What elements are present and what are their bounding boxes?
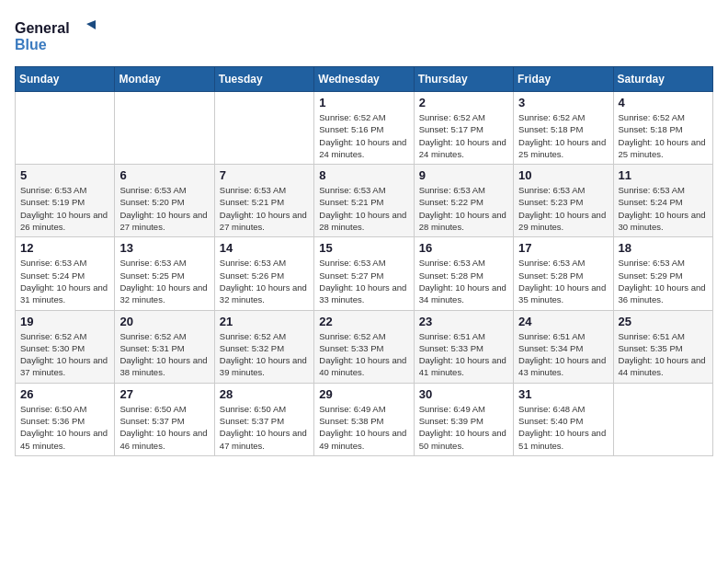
day-info: Sunrise: 6:52 AM Sunset: 5:32 PM Dayligh… <box>220 330 309 379</box>
day-info: Sunrise: 6:53 AM Sunset: 5:29 PM Dayligh… <box>619 257 708 305</box>
calendar-day-cell: 8Sunrise: 6:53 AM Sunset: 5:21 PM Daylig… <box>314 165 414 237</box>
day-info: Sunrise: 6:53 AM Sunset: 5:25 PM Dayligh… <box>119 257 209 305</box>
weekday-header: Saturday <box>613 67 712 92</box>
calendar-day-cell <box>613 383 712 455</box>
day-info: Sunrise: 6:53 AM Sunset: 5:28 PM Dayligh… <box>518 257 608 305</box>
day-number: 13 <box>119 241 209 255</box>
svg-text:Blue: Blue <box>15 37 47 52</box>
weekday-header: Friday <box>514 67 613 92</box>
day-info: Sunrise: 6:52 AM Sunset: 5:17 PM Dayligh… <box>419 111 508 160</box>
calendar-table: SundayMondayTuesdayWednesdayThursdayFrid… <box>15 66 713 456</box>
day-info: Sunrise: 6:52 AM Sunset: 5:18 PM Dayligh… <box>619 111 708 160</box>
calendar-day-cell: 3Sunrise: 6:52 AM Sunset: 5:18 PM Daylig… <box>514 92 613 165</box>
calendar-week-row: 26Sunrise: 6:50 AM Sunset: 5:36 PM Dayli… <box>16 383 713 455</box>
calendar-day-cell: 21Sunrise: 6:52 AM Sunset: 5:32 PM Dayli… <box>214 310 313 383</box>
calendar-day-cell: 4Sunrise: 6:52 AM Sunset: 5:18 PM Daylig… <box>613 92 712 165</box>
day-number: 2 <box>419 96 508 109</box>
day-info: Sunrise: 6:53 AM Sunset: 5:24 PM Dayligh… <box>20 257 109 305</box>
calendar-day-cell: 31Sunrise: 6:48 AM Sunset: 5:40 PM Dayli… <box>514 383 613 455</box>
day-info: Sunrise: 6:50 AM Sunset: 5:37 PM Dayligh… <box>220 403 309 452</box>
day-number: 26 <box>20 387 109 401</box>
weekday-header: Monday <box>115 67 214 92</box>
calendar-day-cell: 14Sunrise: 6:53 AM Sunset: 5:26 PM Dayli… <box>214 237 313 310</box>
day-info: Sunrise: 6:53 AM Sunset: 5:26 PM Dayligh… <box>220 257 309 305</box>
day-number: 30 <box>419 387 508 401</box>
day-number: 31 <box>518 387 608 401</box>
day-info: Sunrise: 6:53 AM Sunset: 5:20 PM Dayligh… <box>119 184 209 233</box>
calendar-day-cell: 30Sunrise: 6:49 AM Sunset: 5:39 PM Dayli… <box>414 383 513 455</box>
day-number: 27 <box>119 387 209 401</box>
day-info: Sunrise: 6:53 AM Sunset: 5:24 PM Dayligh… <box>619 184 708 233</box>
day-number: 23 <box>419 315 508 328</box>
calendar-day-cell <box>214 92 313 165</box>
day-number: 10 <box>518 168 608 182</box>
day-info: Sunrise: 6:52 AM Sunset: 5:30 PM Dayligh… <box>20 330 109 379</box>
day-number: 21 <box>220 315 309 328</box>
calendar-day-cell <box>16 92 115 165</box>
calendar-week-row: 12Sunrise: 6:53 AM Sunset: 5:24 PM Dayli… <box>16 237 713 310</box>
calendar-day-cell: 6Sunrise: 6:53 AM Sunset: 5:20 PM Daylig… <box>115 165 214 237</box>
day-number: 11 <box>619 168 708 182</box>
day-info: Sunrise: 6:53 AM Sunset: 5:21 PM Dayligh… <box>319 184 408 233</box>
calendar-day-cell: 18Sunrise: 6:53 AM Sunset: 5:29 PM Dayli… <box>613 237 712 310</box>
calendar-day-cell: 24Sunrise: 6:51 AM Sunset: 5:34 PM Dayli… <box>514 310 613 383</box>
weekday-header-row: SundayMondayTuesdayWednesdayThursdayFrid… <box>16 67 713 92</box>
day-info: Sunrise: 6:48 AM Sunset: 5:40 PM Dayligh… <box>518 403 608 452</box>
day-info: Sunrise: 6:50 AM Sunset: 5:37 PM Dayligh… <box>119 403 209 452</box>
day-info: Sunrise: 6:51 AM Sunset: 5:33 PM Dayligh… <box>419 330 508 379</box>
logo-svg: GeneralBlue <box>15 15 97 55</box>
logo: GeneralBlue <box>15 15 97 55</box>
day-number: 12 <box>20 241 109 255</box>
day-info: Sunrise: 6:50 AM Sunset: 5:36 PM Dayligh… <box>20 403 109 452</box>
calendar-day-cell: 5Sunrise: 6:53 AM Sunset: 5:19 PM Daylig… <box>16 165 115 237</box>
day-number: 17 <box>518 241 608 255</box>
day-number: 25 <box>619 315 708 328</box>
calendar-day-cell: 2Sunrise: 6:52 AM Sunset: 5:17 PM Daylig… <box>414 92 513 165</box>
day-number: 4 <box>619 96 708 109</box>
calendar-week-row: 1Sunrise: 6:52 AM Sunset: 5:16 PM Daylig… <box>16 92 713 165</box>
day-number: 1 <box>319 96 408 109</box>
day-number: 29 <box>319 387 408 401</box>
calendar-day-cell: 10Sunrise: 6:53 AM Sunset: 5:23 PM Dayli… <box>514 165 613 237</box>
calendar-week-row: 19Sunrise: 6:52 AM Sunset: 5:30 PM Dayli… <box>16 310 713 383</box>
day-number: 24 <box>518 315 608 328</box>
day-info: Sunrise: 6:53 AM Sunset: 5:27 PM Dayligh… <box>319 257 408 305</box>
weekday-header: Wednesday <box>314 67 414 92</box>
calendar-day-cell: 28Sunrise: 6:50 AM Sunset: 5:37 PM Dayli… <box>214 383 313 455</box>
calendar-day-cell: 9Sunrise: 6:53 AM Sunset: 5:22 PM Daylig… <box>414 165 513 237</box>
day-number: 5 <box>20 168 109 182</box>
day-info: Sunrise: 6:52 AM Sunset: 5:16 PM Dayligh… <box>319 111 408 160</box>
header: GeneralBlue <box>15 15 713 55</box>
calendar-day-cell: 19Sunrise: 6:52 AM Sunset: 5:30 PM Dayli… <box>16 310 115 383</box>
day-info: Sunrise: 6:49 AM Sunset: 5:38 PM Dayligh… <box>319 403 408 452</box>
day-number: 18 <box>619 241 708 255</box>
day-number: 8 <box>319 168 408 182</box>
day-number: 3 <box>518 96 608 109</box>
calendar-day-cell: 20Sunrise: 6:52 AM Sunset: 5:31 PM Dayli… <box>115 310 214 383</box>
calendar-day-cell: 12Sunrise: 6:53 AM Sunset: 5:24 PM Dayli… <box>16 237 115 310</box>
calendar-day-cell: 25Sunrise: 6:51 AM Sunset: 5:35 PM Dayli… <box>613 310 712 383</box>
calendar-day-cell: 1Sunrise: 6:52 AM Sunset: 5:16 PM Daylig… <box>314 92 414 165</box>
day-number: 9 <box>419 168 508 182</box>
day-info: Sunrise: 6:52 AM Sunset: 5:31 PM Dayligh… <box>119 330 209 379</box>
day-info: Sunrise: 6:51 AM Sunset: 5:35 PM Dayligh… <box>619 330 708 379</box>
calendar-day-cell: 16Sunrise: 6:53 AM Sunset: 5:28 PM Dayli… <box>414 237 513 310</box>
calendar-day-cell: 11Sunrise: 6:53 AM Sunset: 5:24 PM Dayli… <box>613 165 712 237</box>
day-number: 15 <box>319 241 408 255</box>
weekday-header: Thursday <box>414 67 513 92</box>
calendar-day-cell: 26Sunrise: 6:50 AM Sunset: 5:36 PM Dayli… <box>16 383 115 455</box>
calendar-day-cell: 15Sunrise: 6:53 AM Sunset: 5:27 PM Dayli… <box>314 237 414 310</box>
day-number: 14 <box>220 241 309 255</box>
weekday-header: Tuesday <box>214 67 313 92</box>
calendar-day-cell: 29Sunrise: 6:49 AM Sunset: 5:38 PM Dayli… <box>314 383 414 455</box>
calendar-day-cell: 17Sunrise: 6:53 AM Sunset: 5:28 PM Dayli… <box>514 237 613 310</box>
calendar-day-cell: 22Sunrise: 6:52 AM Sunset: 5:33 PM Dayli… <box>314 310 414 383</box>
day-number: 6 <box>119 168 209 182</box>
day-number: 16 <box>419 241 508 255</box>
day-info: Sunrise: 6:52 AM Sunset: 5:33 PM Dayligh… <box>319 330 408 379</box>
calendar-day-cell: 23Sunrise: 6:51 AM Sunset: 5:33 PM Dayli… <box>414 310 513 383</box>
day-info: Sunrise: 6:53 AM Sunset: 5:21 PM Dayligh… <box>220 184 309 233</box>
day-number: 19 <box>20 315 109 328</box>
day-info: Sunrise: 6:49 AM Sunset: 5:39 PM Dayligh… <box>419 403 508 452</box>
day-info: Sunrise: 6:53 AM Sunset: 5:22 PM Dayligh… <box>419 184 508 233</box>
